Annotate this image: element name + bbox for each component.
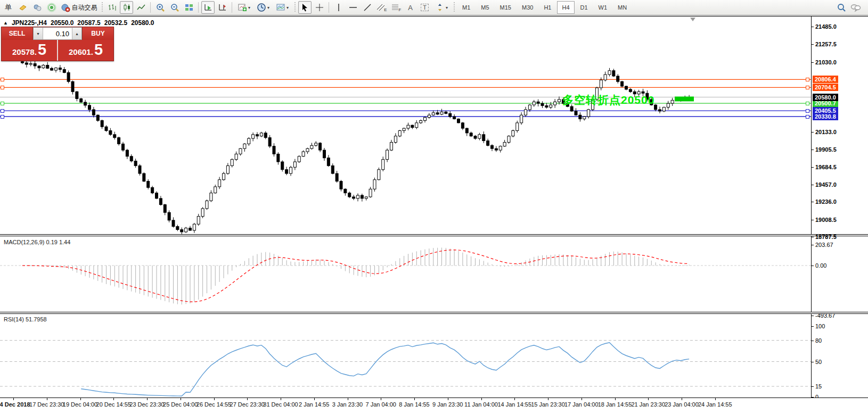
candle-body [298,156,300,162]
buy-button[interactable]: BUY [82,27,113,40]
time-tick-label: 31 Dec 04:00 [263,401,298,408]
macd-pane[interactable] [0,236,811,312]
candle-body [210,193,212,201]
line-handle[interactable] [1,109,4,113]
volume-input[interactable]: 0.10 [43,28,72,39]
horizontal-line-tool-button[interactable] [346,1,359,14]
time-tick [13,398,14,400]
timeframe-button-h4[interactable]: H4 [557,1,574,14]
buy-price[interactable]: 20601.5 [58,40,113,61]
pane-divider-macd[interactable] [0,234,868,236]
line-handle[interactable] [806,78,809,81]
sell-button[interactable]: SELL [2,27,33,40]
line-handle[interactable] [1,78,4,81]
text-label-tool-button[interactable]: T [418,1,431,14]
candle-body [386,150,389,160]
chart-shift-button[interactable] [216,1,229,14]
main-chart-pane[interactable] [0,16,811,234]
vertical-line-tool-button[interactable] [332,1,345,14]
price-tick-label: 20133.0 [815,129,837,135]
crosshair-tool-button[interactable] [313,1,326,14]
line-handle[interactable] [1,102,4,105]
price-axis[interactable]: 21485.021257.521030.020133.019905.519684… [812,16,868,398]
time-tick-label: 11 Jan 04:00 [464,401,498,408]
candle-body [159,198,162,205]
timeframe-button-m1[interactable]: M1 [457,1,475,14]
line-handle[interactable] [1,86,4,89]
periods-button[interactable]: ▾ [254,1,272,14]
signals-icon[interactable] [45,1,58,14]
sell-price[interactable]: 20578.5 [2,40,58,61]
candle-body [80,98,83,102]
time-axis[interactable]: 14 Dec 201817 Dec 23:3019 Dec 04:0020 De… [0,398,868,414]
rsi-tick-label: 15 [815,383,822,390]
time-tick-label: 14 Jan 14:55 [497,401,531,408]
candle-body [168,212,170,220]
time-tick [715,398,716,400]
text-tool-button[interactable]: A [404,1,417,14]
templates-button[interactable]: ▾ [273,1,291,14]
candle-body [554,102,556,105]
market-watch-icon[interactable] [30,1,44,14]
timeframe-button-m15[interactable]: M15 [495,1,516,14]
timeframe-button-d1[interactable]: D1 [576,1,593,14]
auto-scroll-button[interactable] [201,1,215,14]
price-tick-label: 19457.0 [815,181,837,188]
time-tick-label: 23 Jan 04:00 [665,401,699,408]
candle-body [436,113,439,114]
line-handle[interactable] [806,115,809,119]
candle-body [185,228,187,232]
candle-body [415,123,418,128]
toolbar-grip [453,2,455,13]
tile-windows-button[interactable] [182,1,195,14]
candle-body [113,135,116,138]
new-order-button[interactable]: 单 [2,1,15,14]
rsi-pane[interactable] [0,314,811,398]
order-history-icon[interactable] [16,1,29,14]
timeframe-button-h1[interactable]: H1 [539,1,556,14]
volume-increase-button[interactable]: ▲ [72,28,81,39]
pane-divider-rsi[interactable] [0,312,868,314]
volume-decrease-button[interactable]: ▼ [34,28,43,39]
zoom-in-button[interactable] [153,1,167,14]
line-handle[interactable] [806,86,809,89]
line-handle[interactable] [806,109,809,113]
candle-body [600,80,602,88]
candle-body [59,68,61,70]
auto-trading-button[interactable]: 自动交易 [59,1,99,14]
search-icon[interactable] [834,1,848,14]
candle-body [248,138,250,144]
candle-body [353,197,355,198]
trendline-tool-button[interactable] [361,1,374,14]
zoom-out-button[interactable] [168,1,181,14]
line-handle[interactable] [1,115,4,119]
chat-icon[interactable] [849,1,862,14]
cursor-tool-button[interactable] [298,1,312,14]
timeframe-button-mn[interactable]: MN [613,1,632,14]
candle-body [239,148,242,154]
bar-chart-button[interactable] [105,1,119,14]
candle-body [38,66,40,68]
add-indicator-button[interactable]: ▾ [235,1,253,14]
candle-body [315,143,317,145]
macd-tick [812,316,814,316]
candlestick-chart-button[interactable] [120,1,133,14]
chart-shift-marker-icon[interactable] [690,18,695,21]
line-chart-button[interactable] [134,1,148,14]
arrows-tool-button[interactable]: ▾ [432,1,451,14]
macd-tick-label: -493.67 [815,312,835,319]
candle-body [369,189,372,197]
timeframe-button-w1[interactable]: W1 [594,1,612,14]
timeframe-button-m5[interactable]: M5 [476,1,494,14]
chart-annotation-text[interactable]: 多空转折点20500 [562,93,654,107]
line-handle[interactable] [806,102,809,105]
collapse-marker-icon[interactable]: ▲ [3,20,8,26]
channel-tool-button[interactable]: E [375,1,388,14]
fibonacci-tool-button[interactable]: F [389,1,403,14]
rsi-tick-label: 50 [815,359,822,365]
candle-body [671,100,674,103]
time-tick-label: 8 Jan 14:55 [399,401,430,408]
rsi-tick [812,397,814,398]
macd-tick-label: 203.67 [815,242,833,248]
timeframe-button-m30[interactable]: M30 [517,1,538,14]
